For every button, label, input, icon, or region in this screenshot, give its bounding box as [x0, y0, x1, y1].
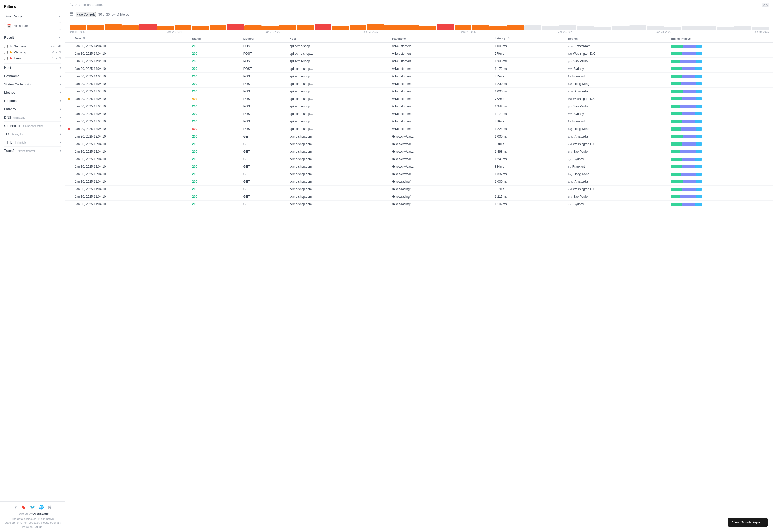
table-header-row: Date ⇅ Status Method Host Pathname Laten… [65, 35, 773, 43]
table-row[interactable]: Jan 30, 2025 11:04:10200GETacme-shop.com… [65, 193, 773, 201]
row-timing [668, 178, 773, 186]
globe-icon[interactable]: 🌐 [39, 505, 44, 510]
filter-tls[interactable]: TLS timing.tls ▾ [4, 130, 61, 138]
filter-latency[interactable]: Latency ▾ [4, 105, 61, 113]
row-pathname: /v1/customers [389, 118, 492, 125]
chart-bar [717, 27, 734, 30]
hide-controls-label: Hide Controls [76, 13, 95, 16]
timing-segment-1 [671, 165, 683, 168]
search-input[interactable] [75, 3, 760, 7]
region-name: Sao Paulo [573, 105, 588, 108]
region-name: Sydney [573, 157, 584, 161]
th-method[interactable]: Method [240, 35, 287, 43]
filter-pathname-label: Pathname [4, 74, 19, 78]
region-name: Amsterdam [574, 180, 591, 183]
filter-transfer[interactable]: Transfer timing.transfer ▾ [4, 146, 61, 155]
filter-dns[interactable]: DNS timing.dns ▾ [4, 113, 61, 121]
filter-regions[interactable]: Regions ▾ [4, 97, 61, 105]
date-picker-button[interactable]: 📅 Pick a date [4, 22, 61, 30]
table-row[interactable]: Jan 30, 2025 12:04:10200GETacme-shop.com… [65, 170, 773, 178]
table-row[interactable]: Jan 30, 2025 14:04:10200POSTapi.acme-sho… [65, 43, 773, 50]
sun-icon[interactable]: ☀ [14, 505, 17, 510]
filter-connection[interactable]: Connection timing.connection ▾ [4, 121, 61, 130]
bookmark-icon[interactable]: 🔖 [21, 505, 26, 510]
table-row[interactable]: Jan 30, 2025 13:04:10200POSTapi.acme-sho… [65, 88, 773, 95]
filter-host[interactable]: Host ▾ [4, 63, 61, 72]
table-row[interactable]: Jan 30, 2025 13:04:10200POSTapi.acme-sho… [65, 103, 773, 110]
row-method: GET [240, 155, 287, 163]
filter-pathname[interactable]: Pathname ▾ [4, 72, 61, 80]
row-status: 200 [189, 140, 240, 148]
result-header[interactable]: Result ▲ [4, 34, 61, 41]
row-method: GET [240, 163, 287, 170]
chart-bar [665, 27, 681, 30]
th-timing[interactable]: Timing Phases [668, 35, 773, 43]
timing-segment-3 [696, 90, 702, 93]
filter-status-code[interactable]: Status Code status ▾ [4, 80, 61, 88]
result-checkbox-error[interactable] [4, 57, 8, 60]
th-pathname[interactable]: Pathname [389, 35, 492, 43]
region-code: gru [568, 105, 572, 108]
twitter-icon[interactable]: 🐦 [30, 505, 35, 510]
chart-labels: Jan 18, 2025 Jan 20, 2025 Jan 21, 2025 J… [70, 31, 769, 35]
filter-status-code-label: Status Code status [4, 82, 32, 86]
timing-segment-1 [671, 105, 680, 108]
github-btn-arrow: › [762, 520, 763, 524]
th-host[interactable]: Host [287, 35, 389, 43]
row-region: sydSydney [565, 110, 668, 118]
table-row[interactable]: Jan 30, 2025 13:04:10200POSTapi.acme-sho… [65, 118, 773, 125]
timing-segment-3 [695, 203, 702, 206]
row-host: api.acme-shop… [287, 65, 389, 73]
region-code: iad [568, 52, 572, 55]
result-checkbox-warning[interactable] [4, 51, 8, 54]
filter-settings-button[interactable] [765, 12, 769, 17]
region-name: Sydney [573, 112, 584, 116]
th-status[interactable]: Status [189, 35, 240, 43]
filter-ttfb[interactable]: TTFB timing.ttfb ▾ [4, 138, 61, 146]
row-pathname: /bikes/racing/t… [389, 193, 492, 201]
row-method: POST [240, 58, 287, 65]
time-range-header[interactable]: Time Range ▲ [4, 13, 61, 20]
filter-latency-chevron: ▾ [60, 108, 61, 111]
filter-method[interactable]: Method ▾ [4, 88, 61, 97]
table-row[interactable]: Jan 30, 2025 13:04:10200POSTapi.acme-sho… [65, 110, 773, 118]
sidebar-footer: ☀ 🔖 🐦 🌐 ⌘ Powered by OpenStatus The data… [0, 501, 65, 532]
region-code: iad [568, 142, 572, 146]
row-indicator-cell [65, 65, 72, 73]
th-latency[interactable]: Latency ⇅ [492, 35, 565, 43]
table-row[interactable]: Jan 30, 2025 12:04:10200GETacme-shop.com… [65, 133, 773, 140]
table-row[interactable]: Jan 30, 2025 14:04:10200POSTapi.acme-sho… [65, 50, 773, 58]
command-icon[interactable]: ⌘ [47, 505, 52, 510]
filter-tls-chevron: ▾ [60, 133, 61, 135]
error-indicator [67, 128, 70, 130]
result-checkbox-success[interactable] [4, 45, 8, 48]
github-repo-button[interactable]: View GitHub Repo › [728, 518, 768, 527]
table-row[interactable]: Jan 30, 2025 11:04:10200GETacme-shop.com… [65, 201, 773, 208]
table-row[interactable]: Jan 30, 2025 12:04:10200GETacme-shop.com… [65, 163, 773, 170]
table-row[interactable]: Jan 30, 2025 14:04:10200POSTapi.acme-sho… [65, 58, 773, 65]
timing-segment-2 [683, 45, 696, 48]
table-row[interactable]: Jan 30, 2025 11:04:10200GETacme-shop.com… [65, 178, 773, 186]
table-row[interactable]: Jan 30, 2025 12:04:10200GETacme-shop.com… [65, 140, 773, 148]
row-status: 200 [189, 148, 240, 155]
row-timing [668, 95, 773, 103]
table-row[interactable]: Jan 30, 2025 12:04:10200GETacme-shop.com… [65, 155, 773, 163]
table-row[interactable]: Jan 30, 2025 12:04:10200GETacme-shop.com… [65, 148, 773, 155]
th-date[interactable]: Date ⇅ [72, 35, 189, 43]
table-row[interactable]: Jan 30, 2025 13:04:10404POSTapi.acme-sho… [65, 95, 773, 103]
region-code: fra [568, 75, 571, 78]
row-host: api.acme-shop… [287, 50, 389, 58]
table-row[interactable]: Jan 30, 2025 13:04:10500POSTapi.acme-sho… [65, 125, 773, 133]
table-row[interactable]: Jan 30, 2025 14:04:10200POSTapi.acme-sho… [65, 65, 773, 73]
row-method: POST [240, 118, 287, 125]
table-row[interactable]: Jan 30, 2025 14:04:10200POSTapi.acme-sho… [65, 73, 773, 80]
row-date: Jan 30, 2025 14:04:10 [72, 58, 189, 65]
th-region[interactable]: Region [565, 35, 668, 43]
timing-segment-2 [682, 158, 695, 161]
row-date: Jan 30, 2025 13:04:10 [72, 103, 189, 110]
row-date: Jan 30, 2025 13:04:10 [72, 125, 189, 133]
hide-controls-button[interactable]: Hide Controls [76, 12, 96, 17]
region-name: Washington D.C. [573, 97, 596, 101]
table-row[interactable]: Jan 30, 2025 11:04:10200GETacme-shop.com… [65, 186, 773, 193]
table-row[interactable]: Jan 30, 2025 14:04:10200POSTapi.acme-sho… [65, 80, 773, 88]
